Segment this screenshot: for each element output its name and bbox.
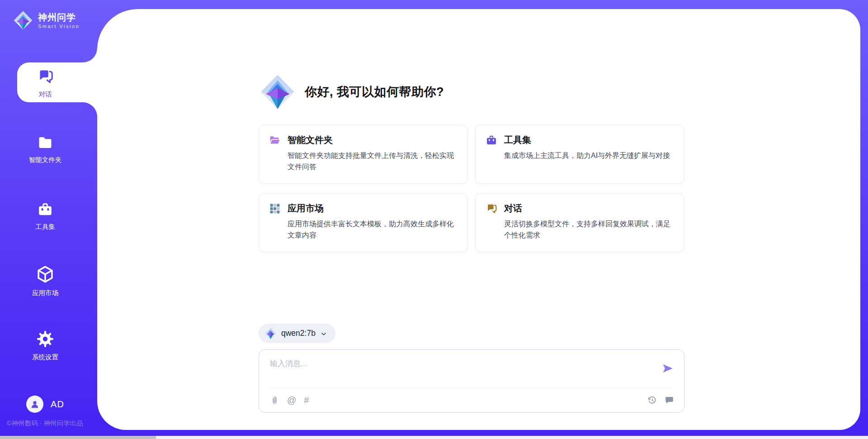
card-head: 应用市场 — [269, 202, 457, 215]
hashtag-button[interactable]: # — [304, 395, 309, 406]
card-head: 对话 — [486, 202, 674, 215]
greeting: 你好, 我可以如何帮助你? — [259, 72, 685, 111]
diamond-logo-icon — [264, 327, 277, 340]
card-head: 工具集 — [486, 134, 674, 146]
sidebar-item-label: 系统设置 — [32, 353, 58, 362]
folder-icon — [37, 134, 53, 151]
model-name: qwen2:7b — [281, 329, 316, 338]
send-arrow-icon — [661, 362, 674, 375]
chevron-down-icon — [320, 330, 327, 338]
cube-icon — [36, 265, 55, 284]
greeting-text: 你好, 我可以如何帮助你? — [305, 84, 444, 100]
brand-title: 神州问学 — [38, 12, 80, 23]
card-title: 工具集 — [504, 134, 531, 146]
paperclip-icon — [270, 396, 279, 405]
active-tab-curve-top — [83, 48, 97, 62]
greeting-diamond-logo-icon — [259, 72, 297, 111]
card-smart-folder[interactable]: 智能文件夹 智能文件夹功能支持批量文件上传与清洗，轻松实现文件问答 — [259, 125, 467, 184]
sidebar-item-label: 对话 — [39, 90, 52, 99]
quick-reply-button[interactable] — [665, 396, 674, 405]
grid-icon — [269, 203, 281, 215]
mention-button[interactable]: @ — [287, 395, 296, 406]
brand: 神州问学 Smart Vision — [13, 9, 80, 32]
message-composer: @ # — [259, 349, 684, 413]
sidebar-item-label: 智能文件夹 — [29, 156, 62, 164]
sidebar-item-label: 工具集 — [35, 223, 55, 231]
composer-toolbar: @ # — [270, 388, 674, 412]
hash-icon: # — [304, 395, 309, 406]
sidebar-item-label: 应用市场 — [32, 289, 58, 297]
attach-file-button[interactable] — [270, 396, 279, 405]
history-icon — [647, 396, 657, 405]
gear-icon — [36, 330, 54, 348]
model-selector[interactable]: qwen2:7b — [259, 324, 335, 343]
sidebar-item-settings[interactable]: 系统设置 — [0, 330, 90, 362]
at-sign-icon: @ — [287, 395, 296, 406]
chat-bubble-icon — [665, 396, 674, 405]
composer-tools-right — [647, 396, 674, 405]
message-input[interactable] — [259, 350, 648, 386]
card-title: 对话 — [504, 202, 522, 215]
card-head: 智能文件夹 — [269, 134, 457, 146]
card-description: 应用市场提供丰富长文本模板，助力高效生成多样化文章内容 — [288, 219, 457, 241]
card-title: 应用市场 — [288, 202, 324, 215]
history-button[interactable] — [647, 396, 657, 405]
folder-open-icon — [269, 134, 281, 146]
horizontal-scrollbar[interactable] — [0, 436, 868, 439]
card-description: 智能文件夹功能支持批量文件上传与清洗，轻松实现文件问答 — [288, 150, 457, 173]
chat-icon — [37, 68, 54, 85]
sidebar-item-toolset[interactable]: 工具集 — [0, 201, 90, 231]
card-title: 智能文件夹 — [288, 134, 333, 146]
card-chat[interactable]: 对话 灵活切换多模型文件，支持多样回复效果调试，满足个性化需求 — [475, 193, 684, 252]
brand-subtitle: Smart Vision — [38, 24, 80, 29]
active-tab-curve-bottom — [83, 102, 97, 117]
send-button[interactable] — [661, 362, 674, 375]
briefcase-icon — [486, 134, 497, 146]
card-toolset[interactable]: 工具集 集成市场上主流工具，助力AI与外界无缝扩展与对接 — [475, 125, 684, 184]
feature-cards: 智能文件夹 智能文件夹功能支持批量文件上传与清洗，轻松实现文件问答 工具集 集成… — [259, 125, 685, 252]
toolbox-icon — [37, 201, 53, 218]
scrollbar-thumb[interactable] — [0, 436, 156, 439]
user-initials: AD — [51, 399, 64, 410]
main-content: 你好, 我可以如何帮助你? 智能文件夹 智能文件夹功能支持批量文件上传与清洗，轻… — [259, 72, 685, 413]
composer-tools-left: @ # — [270, 395, 309, 406]
card-description: 灵活切换多模型文件，支持多样回复效果调试，满足个性化需求 — [504, 219, 674, 241]
card-description: 集成市场上主流工具，助力AI与外界无缝扩展与对接 — [504, 150, 674, 162]
sidebar-item-chat[interactable]: 对话 — [0, 68, 90, 99]
avatar — [26, 396, 43, 413]
card-app-market[interactable]: 应用市场 应用市场提供丰富长文本模板，助力高效生成多样化文章内容 — [259, 193, 467, 252]
sidebar-item-smart-folder[interactable]: 智能文件夹 — [0, 134, 90, 164]
user-profile[interactable]: AD — [0, 396, 90, 413]
person-icon — [29, 399, 40, 410]
sidebar-footer-credit: ©神州数码 · 神州问学出品 — [7, 419, 83, 428]
brand-diamond-logo-icon — [13, 9, 33, 32]
sidebar-item-app-market[interactable]: 应用市场 — [0, 265, 90, 297]
chat-icon — [486, 203, 497, 215]
